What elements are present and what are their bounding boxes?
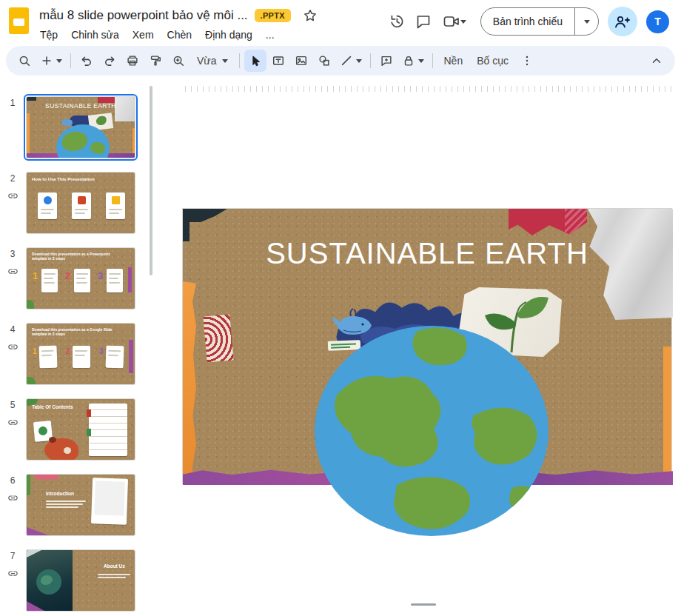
slide-thumbnail-1[interactable]: SUSTAINABLE EARTH — [26, 96, 135, 158]
lock-button[interactable] — [398, 50, 428, 72]
insert-line-button[interactable] — [336, 50, 366, 72]
slide-title-text[interactable]: SUSTAINABLE EARTH — [183, 237, 671, 270]
insert-shape-button[interactable] — [313, 50, 335, 72]
slide-number: 6 — [10, 475, 16, 486]
art-orange-strip-right — [663, 346, 671, 476]
menu-insert[interactable]: Chèn — [161, 27, 198, 42]
select-tool-button[interactable] — [244, 50, 266, 72]
menu-view[interactable]: Xem — [127, 27, 160, 42]
new-slide-button[interactable] — [36, 50, 66, 72]
background-button[interactable]: Nền — [437, 50, 470, 72]
thumb-title: About Us — [104, 563, 125, 569]
slide-row-3: 3 Download this presentation as a Powerp… — [0, 241, 154, 317]
star-button[interactable] — [298, 3, 323, 28]
art-card — [41, 269, 58, 292]
art-ear — [49, 437, 56, 443]
text-box-button[interactable] — [267, 50, 289, 72]
paint-format-button[interactable] — [144, 50, 167, 72]
step-number: 1 — [33, 270, 38, 281]
slide-row-6: 6 Introduction — [0, 468, 154, 543]
art-card — [105, 346, 124, 369]
art-red-paper — [509, 209, 587, 235]
plus-icon — [40, 54, 53, 67]
slide-thumbnail-2[interactable]: How to Use This Presentation — [26, 172, 135, 234]
linked-slide-icon — [7, 417, 19, 428]
art-strip — [36, 475, 58, 479]
menu-edit[interactable]: Chỉnh sửa — [65, 27, 125, 42]
paint-roller-icon — [149, 54, 162, 67]
header-center: mẫu 8 slide powerpoint bảo vệ môi ... .P… — [39, 6, 384, 42]
slides-logo[interactable] — [9, 7, 29, 34]
art-icon — [112, 196, 120, 204]
slide-thumbnail-3[interactable]: Download this presentation as a Powerpoi… — [26, 247, 135, 309]
speaker-notes-handle[interactable] — [411, 603, 436, 606]
version-history-button[interactable] — [384, 9, 409, 34]
line-icon — [340, 54, 353, 67]
menu-file[interactable]: Tệp — [34, 27, 64, 42]
art-red-pattern-card — [203, 315, 233, 363]
art-corner — [27, 550, 41, 558]
slide-gutter: 4 — [0, 324, 25, 352]
layout-button[interactable]: Bố cục — [470, 50, 515, 72]
slide-thumbnail-4[interactable]: Download this presentation as a Google S… — [26, 323, 135, 385]
art-textline — [76, 282, 87, 284]
thumb-title: Table Of Contents — [32, 404, 73, 410]
menu-bar: Tệp Chỉnh sửa Xem Chèn Định dạng ... — [34, 27, 384, 42]
fit-zoom-caret — [222, 59, 228, 63]
slide-thumbnail-5[interactable]: Table Of Contents — [26, 398, 135, 461]
document-title[interactable]: mẫu 8 slide powerpoint bảo vệ môi ... — [39, 8, 248, 23]
slide-gutter: 5 — [0, 400, 25, 428]
insert-image-button[interactable] — [290, 50, 312, 72]
thumb-title: Download this presentation as a Google S… — [32, 327, 115, 337]
slide-number: 3 — [10, 249, 16, 259]
zoom-button[interactable] — [167, 50, 189, 72]
earth-illustration[interactable] — [314, 325, 549, 537]
sidebar-scrollbar[interactable] — [150, 86, 152, 275]
art-orange-strip-left — [183, 281, 196, 485]
art-textline — [98, 574, 130, 575]
present-button[interactable]: Bản trình chiếu — [481, 8, 574, 35]
comment-icon — [415, 13, 432, 30]
current-slide[interactable]: SUSTAINABLE EARTH — [182, 208, 672, 484]
undo-button[interactable] — [76, 50, 98, 72]
cursor-icon — [249, 54, 262, 67]
slide-gutter: 2 — [0, 173, 25, 201]
comments-button[interactable] — [411, 9, 436, 34]
art-textline — [75, 355, 85, 356]
present-dropdown-button[interactable] — [574, 8, 598, 35]
menu-format[interactable]: Định dạng — [199, 27, 258, 42]
search-menus-button[interactable] — [13, 50, 36, 72]
print-button[interactable] — [121, 50, 144, 72]
hide-menus-button[interactable] — [645, 50, 668, 72]
meet-button[interactable] — [437, 9, 472, 34]
fit-zoom-select[interactable]: Vừa — [190, 50, 235, 72]
art-continent — [41, 575, 53, 585]
insert-comment-button[interactable] — [375, 50, 397, 72]
layout-label: Bố cục — [477, 55, 509, 67]
art-textline — [76, 278, 86, 279]
slide-thumbnail-7[interactable]: About Us — [26, 549, 135, 612]
menu-overflow[interactable]: ... — [260, 27, 281, 42]
art-notebook — [89, 404, 127, 456]
slide-row-1: 1 SUSTAINABLE EARTH — [0, 90, 154, 166]
toolbar-overflow-button[interactable] — [516, 50, 538, 72]
redo-button[interactable] — [98, 50, 121, 72]
art-polaroid — [91, 478, 128, 525]
art-pattern — [565, 209, 587, 235]
art-textline — [46, 500, 86, 502]
share-button[interactable] — [608, 7, 637, 36]
step-number: 3 — [98, 270, 103, 281]
art-textline — [109, 209, 122, 210]
slide-thumbnail-6[interactable]: Introduction — [26, 474, 135, 536]
fit-zoom-value: Vừa — [197, 55, 217, 67]
slide-row-2: 2 How to Use This Presentation — [0, 166, 154, 241]
art-textline — [108, 350, 121, 352]
thumb-title: SUSTAINABLE EARTH — [27, 102, 135, 110]
art-card — [106, 192, 125, 219]
search-icon — [18, 54, 31, 67]
account-avatar[interactable]: T — [646, 10, 669, 33]
art-strip — [128, 267, 132, 292]
star-icon — [303, 8, 318, 23]
art-icon — [78, 196, 86, 204]
avatar-letter: T — [654, 16, 661, 27]
